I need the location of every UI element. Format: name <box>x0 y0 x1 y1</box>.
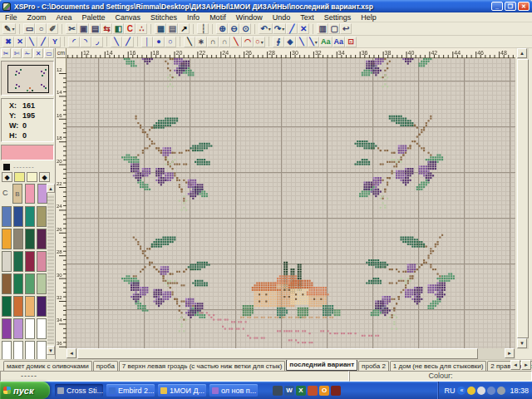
close-button[interactable]: ✕ <box>518 2 530 11</box>
sidebar-tool-1[interactable]: ✂ <box>1 48 11 58</box>
menu-item-canvas[interactable]: Canvas <box>111 13 146 22</box>
measure-tool[interactable]: ┆ <box>197 23 209 34</box>
vertical-stitch-tool[interactable]: │ <box>141 37 153 47</box>
accent-swatch-2[interactable] <box>27 172 37 182</box>
text-tool-large[interactable]: Aa <box>332 37 346 47</box>
maximize-button[interactable]: ❐ <box>505 2 516 11</box>
palette-swatch-r1c0[interactable] <box>2 229 12 249</box>
menu-item-motif[interactable]: Motif <box>204 13 231 22</box>
palette-swatch-r2c2[interactable] <box>25 251 35 272</box>
dropdown-arrow-icon[interactable]: ▾ <box>268 26 271 32</box>
palette-scroll-down[interactable]: ▼ <box>47 346 55 355</box>
quicklaunch-app5-icon[interactable]: O <box>319 386 329 396</box>
language-indicator[interactable]: RU <box>444 387 455 395</box>
tab-5[interactable]: 1 дом (не весь для стыковки) <box>390 361 487 371</box>
dropdown-arrow-icon[interactable]: ▾ <box>12 26 14 32</box>
zoom-reset-button[interactable]: ⊙ <box>239 23 251 34</box>
v-scrollbar[interactable]: ▲ ▼ <box>517 48 529 349</box>
scroll-up-button[interactable]: ▲ <box>517 48 527 58</box>
sidebar-tool-4[interactable]: ✕ <box>33 48 43 58</box>
menu-item-text[interactable]: Text <box>295 13 319 22</box>
tab-0[interactable]: макет домик с оливочками <box>3 361 92 371</box>
scroll-left-button[interactable]: ◄ <box>66 348 76 358</box>
taskbar-task-2[interactable]: 1МОИ Д... <box>158 384 206 397</box>
chart-view-button[interactable]: ▦ <box>155 23 166 34</box>
tab-scroll-right[interactable]: ► <box>521 360 531 370</box>
sidebar-tool-5[interactable]: ▭ <box>44 48 54 58</box>
tray-icon-2[interactable] <box>467 387 475 395</box>
palette-swatch-r1c2[interactable] <box>25 229 35 249</box>
clock[interactable]: 18:38 <box>510 387 529 395</box>
palette-swatch-r5c1[interactable] <box>13 318 23 339</box>
select-rect-tool[interactable]: ▭ <box>23 23 35 34</box>
sheet-view-button[interactable]: ▤ <box>166 23 178 34</box>
cut-tool[interactable]: ✂ <box>66 23 77 34</box>
mirror-tool[interactable]: ⇆ <box>101 23 112 34</box>
curve-stitch-tool[interactable]: ◠ <box>242 37 254 47</box>
star-stitch-tool[interactable]: ∗ <box>195 37 207 47</box>
palette-swatch-r1c1[interactable] <box>13 229 23 249</box>
select-freehand-tool[interactable]: ✐ <box>47 23 58 34</box>
v-scroll-thumb[interactable] <box>517 59 529 338</box>
menu-item-stitches[interactable]: Stitches <box>145 13 182 22</box>
select-oval-tool[interactable]: ○ <box>35 23 47 34</box>
restore-button[interactable]: ↩ <box>340 23 352 34</box>
palette-swatch-r3c0[interactable] <box>2 273 12 294</box>
scroll-right-button[interactable]: ► <box>505 348 515 358</box>
tab-3[interactable]: последний вариант <box>286 359 357 371</box>
zoom-in-button[interactable]: ⊕ <box>216 23 228 34</box>
double-cross-stitch-tool[interactable]: ✕ <box>14 37 26 47</box>
palette-swatch-r5c0[interactable] <box>2 318 12 339</box>
palette-swatch-r3c1[interactable] <box>13 273 23 294</box>
accent-swatch-1[interactable] <box>14 172 25 182</box>
dropdown-arrow-icon[interactable]: ▾ <box>315 39 318 45</box>
palette-swatch-r2c0[interactable] <box>2 251 12 272</box>
tray-icon-5[interactable] <box>497 387 505 395</box>
bead-tool[interactable]: ○ <box>165 37 176 47</box>
stitch-canvas[interactable] <box>66 58 515 348</box>
accent-diamond-button-3[interactable]: ◆ <box>39 172 50 182</box>
zoom-out-button[interactable]: ⊖ <box>228 23 239 34</box>
scroll-down-button[interactable]: ▼ <box>517 338 527 348</box>
taskbar-task-0[interactable]: Cross Sti... <box>55 384 103 397</box>
tab-2[interactable]: 7 верхн левая гроздь (с частью ниж ветки… <box>119 361 286 371</box>
full-cross-stitch-tool[interactable]: ✖ <box>2 37 14 47</box>
palette-b-swatch[interactable]: B <box>12 184 22 204</box>
palette-swatch-r0c1[interactable] <box>13 206 23 227</box>
minimize-button[interactable]: _ <box>491 2 503 11</box>
quarter-stitch-tl-tool[interactable]: ◜ <box>68 37 80 47</box>
palette-swatch-r1c3[interactable] <box>37 229 47 249</box>
copy-tool[interactable]: ▣ <box>77 23 89 34</box>
export-button[interactable]: ▢ <box>328 23 340 34</box>
fly-stitch-tool[interactable]: ∩ <box>207 37 219 47</box>
palette-scroll-track[interactable] <box>47 195 54 344</box>
backstitch-forward-tool[interactable]: ╱ <box>122 37 134 47</box>
import-button[interactable]: ▥ <box>317 23 328 34</box>
straight-stitch-tool[interactable]: ╲ <box>184 37 195 47</box>
french-knot-tool[interactable]: ● <box>153 37 165 47</box>
palette-swatch-r4c0[interactable] <box>2 296 12 317</box>
undo-button[interactable]: ↶▾ <box>259 23 272 34</box>
half-stitch-back-tool[interactable]: ╲ <box>26 37 37 47</box>
current-stitch-swatch[interactable] <box>3 164 10 170</box>
menu-item-info[interactable]: Info <box>182 13 204 22</box>
pointer-arrow-button[interactable]: ↗ <box>178 23 190 34</box>
tray-icon-4[interactable] <box>487 387 495 395</box>
palette-swatch-r2c3[interactable] <box>37 251 47 272</box>
menu-item-window[interactable]: Window <box>231 13 268 22</box>
tab-scroll-left[interactable]: ◄ <box>510 360 520 370</box>
thick-line-tool[interactable]: ╲ <box>296 37 308 47</box>
delete-tool[interactable]: ✕ <box>298 23 309 34</box>
current-color-swatch[interactable] <box>1 145 54 160</box>
quicklaunch-app6-icon[interactable] <box>331 386 341 396</box>
palette-swatch-r5c3[interactable] <box>37 318 47 339</box>
palette-scroll-up[interactable]: ▲ <box>47 184 55 193</box>
quarter-stitch-br-tool[interactable]: ◞ <box>91 37 103 47</box>
line-tool[interactable]: ╱ <box>286 23 298 34</box>
sidebar-tool-3[interactable]: ✁ <box>22 48 32 58</box>
thick-line-options-tool[interactable]: ╲▾ <box>308 37 319 47</box>
menu-item-undo[interactable]: Undo <box>268 13 296 22</box>
menu-item-area[interactable]: Area <box>52 13 77 22</box>
palette-swatch-r5c2[interactable] <box>25 318 35 339</box>
palette-swatch-r3c3[interactable] <box>37 273 47 294</box>
